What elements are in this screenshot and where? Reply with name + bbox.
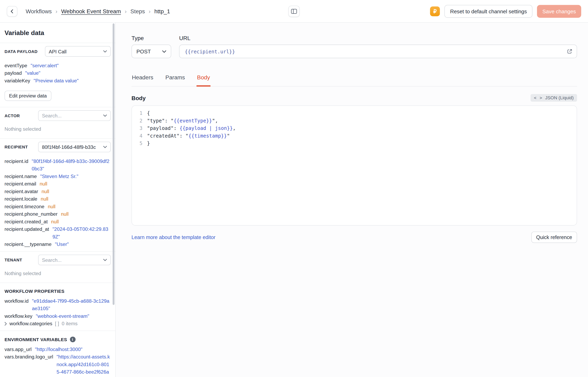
- breadcrumb-workflows[interactable]: Workflows: [26, 8, 52, 14]
- format-badge-label: JSON (Liquid): [545, 95, 574, 101]
- url-input[interactable]: [179, 45, 577, 58]
- body-title: Body: [131, 95, 146, 101]
- recipient-section-header: RECIPIENT 80f1f4bf-166d-48f9-b33c: [0, 139, 115, 155]
- topbar-actions: ₽ Reset to default channel settings Save…: [430, 5, 581, 18]
- recipient-selected-value: 80f1f4bf-166d-48f9-b33c: [42, 144, 101, 150]
- chevron-down-icon: [103, 146, 107, 148]
- editor-footer: Learn more about the template editor Qui…: [131, 232, 577, 243]
- recipient-label: RECIPIENT: [5, 145, 28, 149]
- code-line: 3 "payload": {{payload | json}},: [132, 125, 577, 132]
- line-number: 3: [132, 125, 147, 132]
- variable-row: eventType "server:alert": [5, 62, 111, 70]
- tenant-empty-state: Nothing selected: [0, 268, 115, 283]
- tab-headers[interactable]: Headers: [131, 72, 154, 86]
- breadcrumb-step-name: http_1: [154, 8, 170, 14]
- topbar: Workflows › Webhook Event Stream › Steps…: [0, 0, 588, 23]
- actor-section-header: ACTOR: [0, 107, 115, 124]
- breadcrumb-workflow-name[interactable]: Webhook Event Stream: [61, 8, 121, 14]
- data-payload-variables: eventType "server:alert" payload "value"…: [0, 60, 115, 88]
- actor-search-input[interactable]: [42, 113, 101, 118]
- workflow-step-editor: Workflows › Webhook Event Stream › Steps…: [0, 0, 588, 377]
- badge-glyph: ₽: [433, 8, 437, 14]
- chevron-down-icon: [103, 114, 107, 117]
- sidebar-title: Variable data: [0, 23, 115, 43]
- http-step-editor: Type POST URL: [116, 23, 588, 377]
- type-label: Type: [131, 35, 171, 41]
- breadcrumb-separator: ›: [125, 8, 127, 14]
- environment-variables-header: ENVIRONMENT VARIABLES i: [0, 331, 115, 346]
- data-payload-section-header: DATA PAYLOAD API Call: [0, 43, 115, 60]
- template-editor-docs-link[interactable]: Learn more about the template editor: [131, 235, 215, 240]
- variable-row: recipient.email null: [5, 180, 111, 188]
- recipient-variables: recipient.id "80f1f4bf-166d-48f9-b33c-39…: [0, 155, 115, 251]
- line-number: 4: [132, 132, 147, 140]
- variable-data-sidebar: Variable data DATA PAYLOAD API Call even…: [0, 23, 116, 377]
- variable-row: payload "value": [5, 70, 111, 77]
- request-tabs: Headers Params Body: [131, 72, 577, 86]
- tab-body[interactable]: Body: [197, 72, 210, 86]
- external-link-icon[interactable]: [567, 48, 573, 54]
- code-line: 2 "type": "{{eventType}}",: [132, 117, 577, 125]
- chevron-right-icon: [5, 322, 7, 326]
- actor-label: ACTOR: [5, 113, 20, 118]
- edit-preview-data-button[interactable]: Edit preview data: [5, 91, 51, 101]
- tab-params[interactable]: Params: [165, 72, 185, 86]
- format-badge: < > JSON (Liquid): [530, 94, 577, 102]
- body-section-header: Body < > JSON (Liquid): [131, 94, 577, 102]
- save-changes-button[interactable]: Save changes: [537, 5, 581, 18]
- data-payload-selected-value: API Call: [49, 48, 101, 54]
- chevron-down-icon: [103, 259, 107, 261]
- variable-row: recipient.name "Steven Metz Sr.": [5, 173, 111, 180]
- code-line: 1 {: [132, 110, 577, 117]
- body-template-editor[interactable]: 1 { 2 "type": "{{eventType}}", 3 "payloa…: [131, 105, 577, 225]
- recipient-select[interactable]: 80f1f4bf-166d-48f9-b33c: [38, 141, 111, 152]
- sidebar-layout-icon: [291, 9, 297, 14]
- variable-row: vars.branding.logo_url "https://account-…: [5, 353, 111, 377]
- tenant-search-select[interactable]: [38, 255, 111, 265]
- tenant-label: TENANT: [5, 258, 22, 262]
- breadcrumb-separator: ›: [149, 8, 151, 14]
- workflow-properties-header: WORKFLOW PROPERTIES: [0, 283, 115, 297]
- request-config-row: Type POST URL: [131, 35, 577, 58]
- quick-reference-button[interactable]: Quick reference: [531, 232, 577, 243]
- chevron-left-icon: [10, 9, 15, 14]
- variable-row: recipient.id "80f1f4bf-166d-48f9-b33c-39…: [5, 157, 111, 173]
- environment-variables-list: vars.app_url "http://localhost:3000" var…: [0, 346, 115, 377]
- panel-toggle-button[interactable]: [288, 5, 300, 17]
- variable-row: recipient.updated_at "2024-03-05T00:42:2…: [5, 225, 111, 241]
- environment-variables-label: ENVIRONMENT VARIABLES: [5, 337, 67, 342]
- variable-row: recipient.avatar null: [5, 188, 111, 195]
- workflow-properties-label: WORKFLOW PROPERTIES: [5, 289, 64, 294]
- chevron-down-icon: [162, 50, 166, 53]
- actor-search-select[interactable]: [38, 110, 111, 121]
- tenant-search-input[interactable]: [42, 257, 101, 263]
- breadcrumb: Workflows › Webhook Event Stream › Steps…: [26, 8, 170, 14]
- workflow-properties-variables: workflow.id "e91ddae4-7f99-45cb-a688-3c1…: [0, 297, 115, 330]
- sidebar-scrollbar[interactable]: [113, 23, 114, 305]
- back-button[interactable]: [7, 6, 18, 16]
- variable-row: recipient.locale null: [5, 195, 111, 203]
- code-line: 4 "createdAt": "{{timestamp}}": [132, 132, 577, 140]
- info-icon[interactable]: i: [70, 337, 75, 342]
- workflow-categories-row[interactable]: workflow.categories [ ] 0 items: [5, 320, 111, 328]
- variable-row: recipient.timezone null: [5, 203, 111, 211]
- variable-row: recipient.__typename "User": [5, 241, 111, 248]
- method-selected-value: POST: [136, 48, 160, 54]
- actor-empty-state: Nothing selected: [0, 124, 115, 138]
- categories-empty-array: [ ]: [55, 320, 59, 328]
- url-label: URL: [179, 35, 577, 41]
- reset-channel-settings-button[interactable]: Reset to default channel settings: [444, 5, 532, 18]
- line-number: 2: [132, 117, 147, 125]
- method-field: Type POST: [131, 35, 171, 58]
- method-select[interactable]: POST: [131, 45, 171, 58]
- data-payload-select[interactable]: API Call: [45, 46, 111, 57]
- breadcrumb-separator: ›: [56, 8, 58, 14]
- variable-row: recipient.phone_number null: [5, 211, 111, 218]
- uncommitted-changes-icon[interactable]: ₽: [430, 6, 440, 16]
- variable-row: workflow.id "e91ddae4-7f99-45cb-a688-3c1…: [5, 297, 111, 312]
- breadcrumb-steps[interactable]: Steps: [130, 8, 145, 14]
- tenant-section-header: TENANT: [0, 251, 115, 268]
- data-payload-label: DATA PAYLOAD: [5, 49, 38, 54]
- code-line: 5 }: [132, 140, 577, 147]
- line-number: 5: [132, 140, 147, 147]
